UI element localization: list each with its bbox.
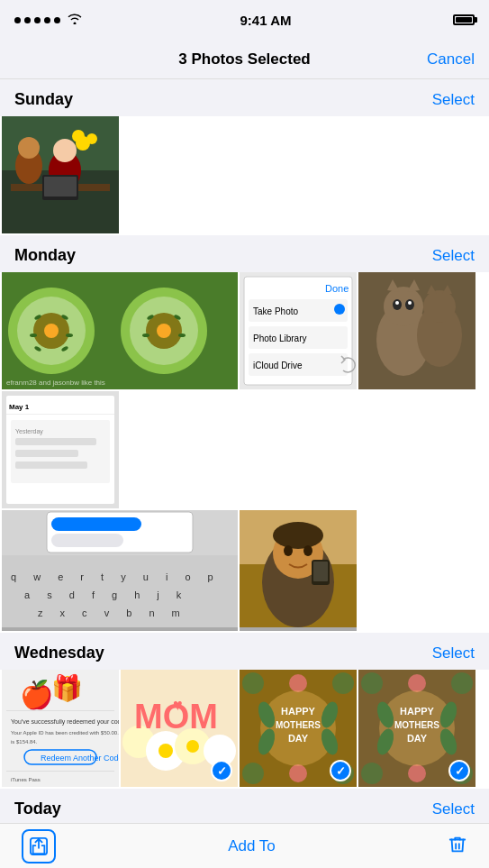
- svg-text:Your Apple ID has been credite: Your Apple ID has been credited with $50…: [11, 730, 119, 736]
- svg-text:Yesterday: Yesterday: [15, 428, 43, 435]
- svg-rect-91: [6, 771, 114, 772]
- svg-point-16: [44, 324, 59, 338]
- today-header: Today Select: [0, 789, 489, 823]
- svg-text:MOTHERS: MOTHERS: [394, 720, 439, 730]
- svg-text:a s d f g h j k: a s d f g h j k: [24, 589, 188, 600]
- photo-item[interactable]: [240, 510, 357, 631]
- photo-item[interactable]: MOM ♥: [121, 670, 238, 787]
- svg-text:DAY: DAY: [288, 733, 309, 744]
- sunday-select-button[interactable]: Select: [432, 91, 475, 109]
- photo-item[interactable]: q w e r t y u i o p a s d f g h j k z x …: [2, 510, 238, 631]
- battery-area: [449, 14, 475, 25]
- add-to-button[interactable]: Add To: [228, 837, 276, 855]
- svg-text:iCloud Drive: iCloud Drive: [253, 361, 303, 370]
- signal-dot-1: [14, 17, 21, 23]
- svg-point-108: [289, 764, 307, 782]
- trash-icon: [448, 835, 467, 854]
- photo-scroll-area[interactable]: Sunday Select: [0, 79, 489, 823]
- svg-point-7: [86, 133, 97, 144]
- svg-text:♥: ♥: [173, 696, 183, 714]
- wednesday-photo-grid: 🍎 🎁 You've successfully redeemed your co…: [0, 670, 489, 789]
- signal-dot-3: [34, 17, 41, 23]
- photo-item[interactable]: May 1 Yesterday: [2, 391, 119, 508]
- svg-text:Done: Done: [325, 283, 349, 294]
- svg-rect-62: [15, 450, 78, 457]
- nav-bar: 3 Photos Selected Cancel: [0, 40, 489, 79]
- svg-rect-37: [334, 304, 345, 315]
- delete-button[interactable]: [448, 835, 467, 858]
- share-icon: [30, 837, 48, 855]
- photo-item[interactable]: HAPPY MOTHERS DAY: [358, 670, 475, 787]
- svg-text:Redeem Another Code: Redeem Another Code: [41, 754, 119, 763]
- selection-checkmark: [448, 760, 470, 781]
- today-select-button[interactable]: Select: [432, 800, 475, 818]
- svg-rect-85: [6, 710, 114, 711]
- wednesday-header: Wednesday Select: [0, 633, 489, 670]
- sunday-section: Sunday Select: [0, 79, 489, 235]
- svg-point-105: [242, 763, 264, 784]
- monday-select-button[interactable]: Select: [432, 247, 475, 265]
- svg-text:Take Photo: Take Photo: [253, 306, 298, 316]
- svg-text:Photo Library: Photo Library: [253, 333, 306, 343]
- today-title: Today: [14, 799, 61, 818]
- sunday-header: Sunday Select: [0, 79, 489, 116]
- wednesday-select-button[interactable]: Select: [432, 644, 475, 662]
- svg-point-120: [361, 763, 383, 784]
- monday-header: Monday Select: [0, 235, 489, 272]
- photo-item[interactable]: 🍎 🎁 You've successfully redeemed your co…: [2, 670, 119, 787]
- svg-text:iTunes Pass: iTunes Pass: [11, 777, 41, 782]
- nav-title: 3 Photos Selected: [178, 50, 310, 69]
- svg-rect-61: [15, 438, 96, 445]
- cancel-button[interactable]: Cancel: [427, 50, 475, 69]
- svg-point-104: [332, 672, 354, 694]
- svg-text:efranm28 and jasonbw like this: efranm28 and jasonbw like this: [6, 379, 105, 387]
- svg-point-103: [242, 672, 264, 694]
- signal-dot-5: [54, 17, 60, 23]
- svg-point-122: [408, 674, 426, 692]
- svg-text:HAPPY: HAPPY: [400, 706, 435, 717]
- svg-point-52: [423, 290, 456, 323]
- bottom-toolbar: Add To: [0, 823, 489, 868]
- svg-text:May 1: May 1: [9, 403, 30, 411]
- svg-rect-11: [44, 177, 77, 196]
- status-bar: 9:41 AM: [0, 0, 489, 40]
- photo-item[interactable]: [2, 116, 119, 233]
- status-time: 9:41 AM: [240, 13, 292, 28]
- svg-point-19: [30, 333, 37, 337]
- svg-text:HAPPY: HAPPY: [281, 706, 316, 717]
- sunday-title: Sunday: [14, 90, 73, 109]
- svg-text:q w e r t y u i o p: q w e r t y u i o p: [11, 571, 221, 582]
- battery-icon: [453, 14, 475, 25]
- today-section: Today Select: [0, 789, 489, 823]
- svg-text:z x c v b n m: z x c v b n m: [38, 608, 187, 618]
- svg-rect-70: [51, 517, 141, 531]
- selection-checkmark: [211, 760, 232, 781]
- svg-point-49: [395, 301, 399, 305]
- svg-rect-63: [15, 461, 87, 469]
- share-button[interactable]: [22, 829, 56, 863]
- battery-fill: [456, 17, 472, 23]
- monday-photo-grid: efranm28 and jasonbw like this Done Take…: [0, 272, 489, 633]
- svg-point-3: [18, 137, 40, 159]
- svg-point-50: [408, 301, 412, 305]
- svg-rect-58: [6, 414, 114, 415]
- photo-item[interactable]: [358, 272, 475, 389]
- svg-point-26: [157, 324, 171, 338]
- signal-area: [14, 13, 82, 27]
- svg-point-5: [53, 139, 77, 162]
- svg-rect-81: [240, 510, 357, 627]
- signal-dot-4: [44, 17, 50, 23]
- svg-point-123: [408, 764, 426, 782]
- svg-point-44: [384, 287, 423, 326]
- photo-item[interactable]: efranm28 and jasonbw like this: [2, 272, 238, 389]
- svg-point-20: [66, 333, 73, 337]
- svg-point-8: [72, 130, 85, 142]
- svg-point-107: [289, 674, 307, 692]
- selection-checkmark: [330, 760, 351, 781]
- photo-item[interactable]: Done Take Photo Photo Library iCloud Dri…: [240, 272, 357, 389]
- svg-point-98: [158, 744, 173, 758]
- monday-title: Monday: [14, 246, 76, 265]
- svg-text:🎁: 🎁: [51, 673, 83, 703]
- svg-text:DAY: DAY: [407, 733, 428, 744]
- photo-item[interactable]: HAPPY MOTHERS DAY: [240, 670, 357, 787]
